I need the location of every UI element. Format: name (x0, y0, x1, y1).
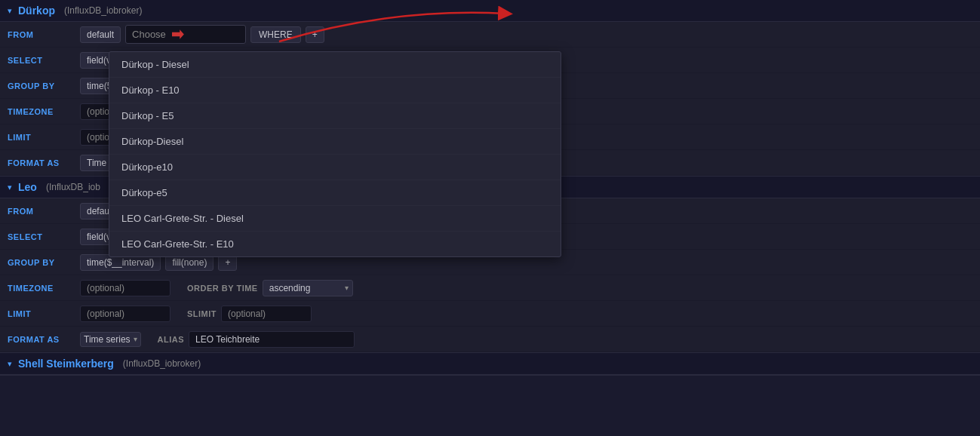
leo-from-label: FROM (8, 207, 75, 216)
shell-title: Shell Steimkerberg (18, 358, 114, 370)
durkop-chevron[interactable]: ▾ (8, 6, 12, 16)
leo-timezone-input[interactable]: (optional) (80, 280, 171, 296)
dropdown-item-5[interactable]: Dürkop-e5 (109, 180, 561, 206)
leo-chevron[interactable]: ▾ (8, 183, 12, 192)
leo-limit-row: LIMIT (optional) SLIMIT (optional) (0, 301, 980, 327)
dropdown-item-3[interactable]: Dürkop-Diesel (109, 129, 561, 155)
shell-subtitle: (InfluxDB_iobroker) (123, 358, 201, 369)
durkop-section: ▾ Dürkop (InfluxDB_iobroker) FROM defaul… (0, 0, 980, 177)
ascending-select[interactable]: ascending descending (263, 280, 353, 296)
dropdown-item-2[interactable]: Dürkop - E5 (109, 103, 561, 129)
shell-chevron[interactable]: ▾ (8, 359, 12, 369)
durkop-where-btn[interactable]: WHERE (250, 26, 301, 43)
leo-orderbytime-label: ORDER BY TIME (187, 284, 258, 293)
leo-groupby-label: GROUP BY (8, 258, 75, 267)
durkop-from-row: FROM default Choose WHERE + (0, 22, 980, 48)
durkop-title: Dürkop (18, 5, 55, 17)
leo-format-value: Time series (84, 334, 131, 345)
durkop-from-label: FROM (8, 30, 75, 39)
dropdown-item-7[interactable]: LEO Carl-Grete-Str. - E10 (109, 232, 561, 256)
leo-format-chevron[interactable]: ▾ (134, 335, 137, 343)
durkop-choose-input[interactable]: Choose (125, 25, 246, 44)
leo-formatas-row: FORMAT AS Time series ▾ ALIAS (0, 327, 980, 352)
leo-subtitle: (InfluxDB_iob (46, 182, 100, 192)
dropdown-item-1[interactable]: Dürkop - E10 (109, 78, 561, 103)
leo-limit-input[interactable]: (optional) (80, 306, 171, 322)
leo-timezone-row: TIMEZONE (optional) ORDER BY TIME ascend… (0, 275, 980, 301)
red-arrow-icon (172, 29, 184, 40)
leo-limit-label: LIMIT (8, 309, 75, 318)
dropdown-item-4[interactable]: Dürkop-e10 (109, 155, 561, 180)
leo-alias-label: ALIAS (158, 335, 185, 344)
leo-slimit-label: SLIMIT (187, 309, 217, 318)
leo-slimit-input[interactable]: (optional) (221, 306, 312, 322)
durkop-formatas-label: FORMAT AS (8, 158, 75, 167)
shell-header: ▾ Shell Steimkerberg (InfluxDB_iobroker) (0, 353, 980, 375)
leo-timezone-label: TIMEZONE (8, 284, 75, 293)
dropdown-item-0[interactable]: Dürkop - Diesel (109, 52, 561, 78)
choose-dropdown: Dürkop - Diesel Dürkop - E10 Dürkop - E5… (109, 51, 561, 257)
durkop-timezone-label: TIMEZONE (8, 107, 75, 116)
durkop-header: ▾ Dürkop (InfluxDB_iobroker) (0, 0, 980, 22)
durkop-subtitle: (InfluxDB_iobroker) (64, 5, 142, 16)
choose-text: Choose (132, 29, 166, 40)
durkop-groupby-label: GROUP BY (8, 81, 75, 91)
ascending-wrapper: ascending descending ▾ (263, 280, 353, 296)
leo-select-label: SELECT (8, 232, 75, 241)
durkop-limit-label: LIMIT (8, 133, 75, 142)
leo-format-select-wrapper: Time series ▾ (80, 332, 141, 347)
shell-section: ▾ Shell Steimkerberg (InfluxDB_iobroker) (0, 353, 980, 376)
dropdown-item-6[interactable]: LEO Carl-Grete-Str. - Diesel (109, 206, 561, 232)
durkop-select-label: SELECT (8, 56, 75, 65)
leo-title: Leo (18, 181, 37, 193)
leo-alias-input[interactable] (189, 331, 355, 348)
leo-formatas-label: FORMAT AS (8, 335, 75, 344)
durkop-from-plus-btn[interactable]: + (306, 26, 324, 43)
durkop-from-default[interactable]: default (80, 26, 121, 43)
